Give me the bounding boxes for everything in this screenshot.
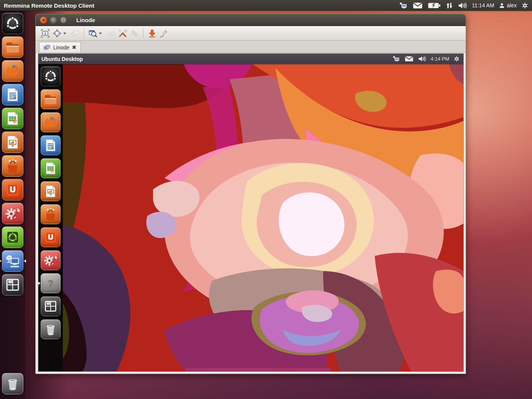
remote-session-gear-icon[interactable] xyxy=(454,56,460,62)
launcher-item-remmina[interactable] xyxy=(2,250,23,272)
clock[interactable]: 11:14 AM xyxy=(472,2,494,8)
remote-launcher-item-system-settings[interactable] xyxy=(41,250,61,270)
remote-launcher-item-home-folder[interactable] xyxy=(41,89,61,109)
launcher-item-ubuntu-software[interactable] xyxy=(2,227,23,248)
remote-launcher-item-ubuntu-software-center[interactable] xyxy=(41,204,61,224)
battery-indicator-icon[interactable] xyxy=(428,2,441,9)
volume-indicator-icon[interactable] xyxy=(418,56,426,62)
running-indicator xyxy=(38,282,42,285)
libreoffice-impress-icon xyxy=(5,134,21,150)
ubuntu-software-center-icon xyxy=(43,207,58,222)
close-button[interactable]: ✕ xyxy=(40,16,47,24)
toolbar-separator xyxy=(143,28,143,38)
remote-desktop-indicator-icon[interactable] xyxy=(392,56,401,62)
remmina-icon xyxy=(5,253,21,269)
messages-indicator-icon[interactable] xyxy=(413,2,423,9)
workspace-switcher-icon xyxy=(5,277,21,293)
launcher-item-workspace-switcher[interactable] xyxy=(2,274,23,296)
window-title: Linode xyxy=(76,17,95,23)
libreoffice-impress-icon xyxy=(43,184,58,199)
remote-launcher-item-workspace-switcher[interactable] xyxy=(41,296,61,316)
launcher-item-ubuntu-software-center[interactable] xyxy=(2,155,23,177)
tab-close-icon[interactable]: ✖ xyxy=(72,44,76,50)
dash-home-icon xyxy=(43,69,58,84)
remote-top-panel: Ubuntu Desktop 4:14 PM xyxy=(38,54,463,64)
toolbar-separator xyxy=(84,28,84,38)
system-settings-icon xyxy=(43,253,58,268)
remmina-toolbar: 1 xyxy=(36,26,466,41)
toolbar-grab-keyboard-button xyxy=(105,28,117,39)
remote-launcher-item-trash[interactable] xyxy=(41,319,61,339)
ubuntu-software-center-icon xyxy=(5,158,21,174)
toolbar-duplicate-connection-button xyxy=(69,28,81,39)
tab-linode[interactable]: Linode ✖ xyxy=(39,42,81,53)
trash-icon xyxy=(5,376,21,392)
remote-launcher-item-ubuntu-one[interactable] xyxy=(41,227,61,247)
launcher-item-ubuntu-one[interactable] xyxy=(2,179,23,200)
ubuntu-software-icon xyxy=(5,229,21,245)
remote-connection-icon xyxy=(44,44,51,51)
launcher-item-libreoffice-impress[interactable] xyxy=(2,131,23,153)
ubuntu-one-icon xyxy=(5,182,21,198)
remote-panel-title: Ubuntu Desktop xyxy=(41,56,83,62)
volume-indicator-icon[interactable] xyxy=(458,2,467,9)
session-gear-icon[interactable] xyxy=(522,2,528,9)
home-folder-icon xyxy=(43,92,58,107)
remote-system-tray: 4:14 PM xyxy=(392,56,460,62)
running-indicator xyxy=(0,259,3,263)
launcher-item-trash[interactable] xyxy=(2,373,23,394)
focused-indicator xyxy=(22,259,26,263)
minimize-button[interactable]: − xyxy=(50,16,57,24)
remote-launcher-item-libreoffice-calc[interactable] xyxy=(41,158,61,178)
maximize-button[interactable] xyxy=(60,16,67,24)
toolbar-tools-button[interactable] xyxy=(117,28,128,39)
svg-text:1: 1 xyxy=(44,32,46,35)
toolbar-fit-window-button[interactable] xyxy=(51,28,63,39)
launcher-item-dash-home[interactable] xyxy=(2,13,23,34)
launcher-item-libreoffice-writer[interactable] xyxy=(2,84,23,105)
remote-clock[interactable]: 4:14 PM xyxy=(431,56,449,62)
remote-desktop-indicator-icon[interactable] xyxy=(399,2,408,9)
toolbar-scaled-viewing-dropdown-caret[interactable] xyxy=(99,33,102,36)
toolbar-preferences-button xyxy=(128,28,140,39)
unity-launcher xyxy=(0,11,25,399)
launcher-item-libreoffice-calc[interactable] xyxy=(2,108,23,129)
remote-session-view[interactable]: Ubuntu Desktop 4:14 PM ? xyxy=(38,53,464,372)
launcher-item-system-settings[interactable] xyxy=(2,203,23,224)
messages-indicator-icon[interactable] xyxy=(405,56,414,62)
toolbar-toggle-fullscreen-button[interactable]: 1 xyxy=(39,28,51,39)
firefox-icon xyxy=(43,115,58,130)
libreoffice-writer-icon xyxy=(5,87,21,103)
trash-icon xyxy=(43,322,58,337)
user-menu[interactable]: alex xyxy=(499,2,517,9)
toolbar-minimize-to-tray-button[interactable] xyxy=(146,28,158,39)
remote-launcher-bottom xyxy=(41,319,61,342)
connection-tabbar: Linode ✖ xyxy=(36,41,466,53)
toolbar-scaled-viewing-button[interactable] xyxy=(87,28,99,39)
toolbar-fit-window-dropdown-caret[interactable] xyxy=(63,33,66,36)
dash-home-icon xyxy=(5,15,21,31)
remote-wallpaper xyxy=(38,64,463,371)
remote-unity-launcher: ? xyxy=(38,64,63,371)
firefox-icon xyxy=(5,63,21,79)
launcher-item-firefox[interactable] xyxy=(2,60,23,82)
remote-launcher-item-unknown-app[interactable]: ? xyxy=(41,273,61,293)
launcher-items xyxy=(2,13,23,298)
home-folder-icon xyxy=(5,39,21,55)
remote-launcher-item-dash-home[interactable] xyxy=(41,66,61,86)
system-tray: 11:14 AM alex xyxy=(399,2,528,9)
workspace-switcher-icon xyxy=(43,299,58,314)
window-titlebar[interactable]: ✕−Linode xyxy=(36,14,466,26)
remote-launcher-item-libreoffice-writer[interactable] xyxy=(41,135,61,155)
launcher-item-home-folder[interactable] xyxy=(2,36,23,58)
sync-indicator-icon[interactable] xyxy=(446,2,453,9)
remote-launcher-item-libreoffice-impress[interactable] xyxy=(41,181,61,201)
toolbar-disconnect-button[interactable] xyxy=(158,28,170,39)
maximize-icon xyxy=(62,18,65,21)
remote-launcher-item-firefox[interactable] xyxy=(41,112,61,132)
libreoffice-calc-icon xyxy=(43,161,58,176)
user-icon xyxy=(499,2,505,9)
top-panel: Remmina Remote Desktop Client 11:14 AM a… xyxy=(0,0,532,11)
remote-launcher-items: ? xyxy=(41,66,61,319)
active-app-title: Remmina Remote Desktop Client xyxy=(4,2,94,9)
